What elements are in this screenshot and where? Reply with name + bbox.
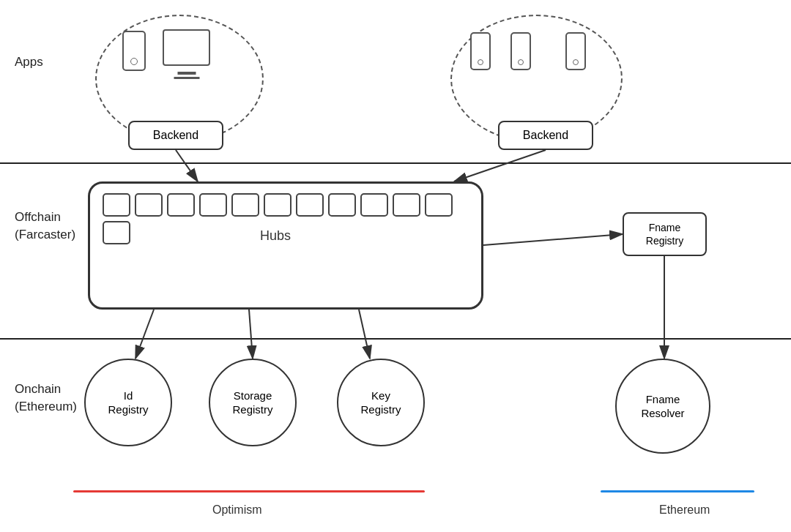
right-backend-to-hubs-arrow xyxy=(454,150,546,181)
hubs-to-fname-registry-arrow xyxy=(483,234,623,245)
right-phone1-icon xyxy=(470,32,491,70)
hub-node-10 xyxy=(393,193,420,217)
hubs-to-key-registry-arrow xyxy=(359,310,370,359)
hub-node-5 xyxy=(231,193,259,217)
left-backend-to-hubs-arrow xyxy=(176,150,198,181)
hubs-to-id-registry-arrow xyxy=(135,310,154,359)
hub-node-2 xyxy=(135,193,163,217)
left-monitor-icon xyxy=(163,29,210,66)
hub-node-11 xyxy=(425,193,453,217)
right-backend-box: Backend xyxy=(498,121,593,150)
ethereum-line xyxy=(601,490,754,492)
hubs-to-storage-registry-arrow xyxy=(249,310,253,359)
optimism-line xyxy=(73,490,425,492)
hub-node-3 xyxy=(167,193,195,217)
storage-registry-node: StorageRegistry xyxy=(209,359,297,446)
right-phone3-icon xyxy=(565,32,586,70)
optimism-label: Optimism xyxy=(212,503,262,517)
fname-registry-box: FnameRegistry xyxy=(623,212,707,256)
key-registry-node: KeyRegistry xyxy=(337,359,425,446)
hub-node-8 xyxy=(328,193,356,217)
top-divider xyxy=(0,162,791,164)
bottom-divider xyxy=(0,338,791,340)
onchain-layer-label: Onchain (Ethereum) xyxy=(15,381,77,416)
ethereum-label: Ethereum xyxy=(659,503,710,517)
apps-layer-label: Apps xyxy=(15,55,43,70)
fname-resolver-label: FnameResolver xyxy=(641,392,684,421)
diagram-container: Apps Offchain (Farcaster) Onchain (Ether… xyxy=(0,0,791,532)
right-phone2-icon xyxy=(510,32,531,70)
key-registry-label: KeyRegistry xyxy=(360,389,401,417)
hub-node-9 xyxy=(360,193,388,217)
left-backend-box: Backend xyxy=(128,121,223,150)
id-registry-label: IdRegistry xyxy=(108,389,148,417)
hub-node-1 xyxy=(103,193,130,217)
hub-node-4 xyxy=(199,193,227,217)
fname-registry-label: FnameRegistry xyxy=(646,221,683,247)
storage-registry-label: StorageRegistry xyxy=(232,389,272,417)
id-registry-node: IdRegistry xyxy=(84,359,172,446)
hub-node-7 xyxy=(296,193,324,217)
hubs-box xyxy=(88,181,483,310)
hub-node-6 xyxy=(264,193,291,217)
left-phone-icon xyxy=(122,31,146,71)
fname-resolver-node: FnameResolver xyxy=(615,359,710,454)
hub-node-12 xyxy=(103,221,130,244)
offchain-layer-label: Offchain (Farcaster) xyxy=(15,209,75,244)
hubs-label: Hubs xyxy=(260,228,291,244)
